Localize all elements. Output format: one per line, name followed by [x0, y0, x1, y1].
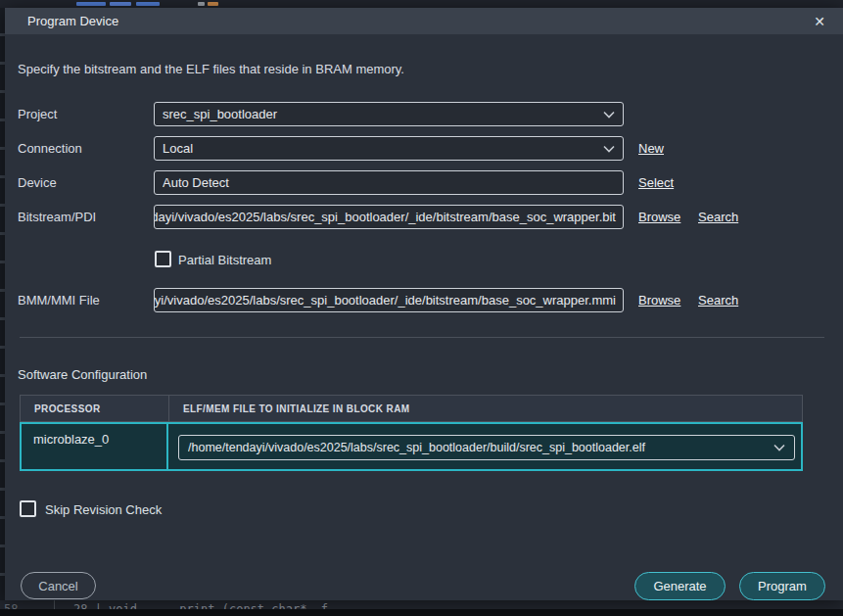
bmm-browse-link[interactable]: Browse: [638, 293, 680, 308]
skip-revision-check-checkbox[interactable]: [20, 500, 36, 517]
table-header-row: PROCESSOR ELF/MEM FILE TO INITIALIZE IN …: [20, 395, 803, 422]
elf-file-dropdown[interactable]: /home/tendayi/vivado/es2025/labs/srec_sp…: [178, 435, 795, 460]
device-input[interactable]: Auto Detect: [154, 170, 624, 195]
project-label: Project: [18, 107, 57, 121]
code-fragment-mark: [136, 2, 160, 6]
elf-file-value: /home/tendayi/vivado/es2025/labs/srec_sp…: [188, 441, 766, 454]
connection-dropdown[interactable]: Local: [154, 136, 624, 161]
dialog-title: Program Device: [27, 14, 118, 28]
chevron-down-icon: [603, 111, 615, 118]
background-code-top: [0, 0, 843, 8]
chevron-down-icon: [603, 145, 615, 153]
code-fragment-mark: [76, 2, 106, 6]
bitstream-label: Bitstream/PDI: [18, 210, 96, 224]
bmm-mmi-value: dayi/vivado/es2025/labs/srec_spi_bootloa…: [154, 293, 616, 308]
dialog-titlebar: Program Device ✕: [5, 8, 843, 34]
generate-button[interactable]: Generate: [634, 572, 726, 600]
code-fragment-mark: [208, 2, 218, 6]
connection-value: Local: [163, 141, 603, 156]
software-configuration-heading: Software Configuration: [18, 367, 147, 382]
select-device-link[interactable]: Select: [638, 175, 674, 190]
bitstream-search-link[interactable]: Search: [698, 210, 738, 224]
processor-column-header: PROCESSOR: [21, 396, 169, 421]
bmm-search-link[interactable]: Search: [698, 293, 738, 308]
dialog-description: Specify the bitstream and the ELF files …: [18, 62, 404, 76]
project-dropdown[interactable]: srec_spi_bootloader: [154, 102, 624, 126]
elf-file-column-header: ELF/MEM FILE TO INITIALIZE IN BLOCK RAM: [169, 396, 802, 421]
chevron-down-icon: [773, 444, 785, 451]
section-divider: [20, 337, 824, 338]
background-code-bottom: 58 28 | void print (const char* f: [0, 600, 843, 616]
bitstream-browse-link[interactable]: Browse: [638, 210, 680, 224]
skip-revision-check-label: Skip Revision Check: [45, 502, 162, 517]
bitstream-input[interactable]: endayi/vivado/es2025/labs/srec_spi_bootl…: [154, 205, 624, 229]
connection-label: Connection: [18, 141, 82, 156]
elf-file-cell: /home/tendayi/vivado/es2025/labs/srec_sp…: [168, 424, 801, 469]
gutter-divider: [54, 600, 55, 609]
close-icon[interactable]: ✕: [810, 13, 829, 30]
program-button[interactable]: Program: [739, 572, 825, 600]
processor-cell: microblaze_0: [22, 424, 168, 469]
device-label: Device: [18, 175, 57, 190]
program-device-dialog: Program Device ✕ Specify the bitstream a…: [5, 8, 843, 600]
project-value: srec_spi_bootloader: [163, 107, 603, 121]
partial-bitstream-checkbox[interactable]: [155, 251, 171, 267]
code-fragment-mark: [198, 2, 205, 6]
device-value: Auto Detect: [163, 175, 615, 190]
cancel-button[interactable]: Cancel: [21, 572, 96, 599]
partial-bitstream-label: Partial Bitstream: [178, 253, 271, 267]
software-configuration-table: PROCESSOR ELF/MEM FILE TO INITIALIZE IN …: [20, 395, 803, 471]
new-connection-link[interactable]: New: [638, 141, 664, 156]
bmm-mmi-label: BMM/MMI File: [18, 293, 100, 308]
bitstream-value: endayi/vivado/es2025/labs/srec_spi_bootl…: [154, 210, 616, 224]
bmm-mmi-input[interactable]: dayi/vivado/es2025/labs/srec_spi_bootloa…: [154, 288, 624, 312]
statusbar-edge: [0, 609, 843, 616]
code-fragment-mark: [110, 2, 131, 6]
table-row[interactable]: microblaze_0 /home/tendayi/vivado/es2025…: [20, 422, 803, 471]
